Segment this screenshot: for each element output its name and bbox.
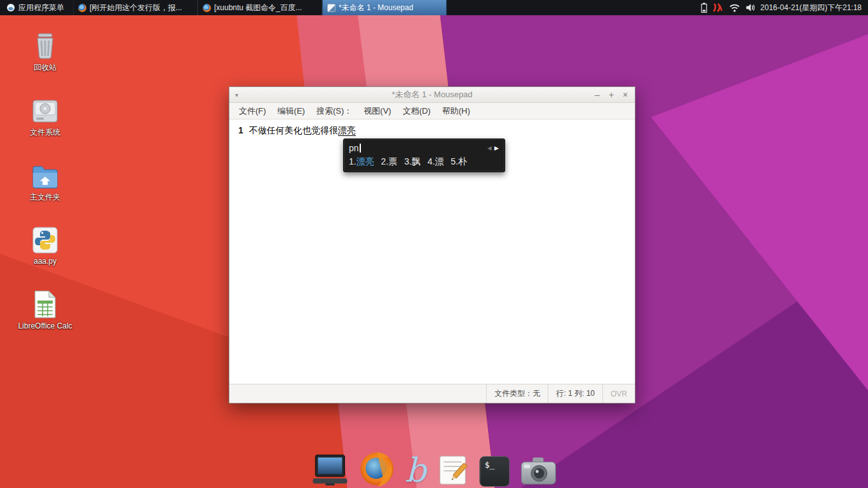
menu-view[interactable]: 视图(V) (358, 103, 397, 119)
ime-prev-page-icon[interactable]: ◀ (487, 145, 492, 151)
ime-caret (360, 144, 361, 152)
dock-item-terminal[interactable]: $_ (480, 456, 510, 487)
battery-icon[interactable] (701, 3, 707, 13)
terminal-icon: $_ (480, 456, 510, 487)
desktop-item-label: 文件系统 (30, 128, 60, 137)
document-text: 不做任何美化也觉得很漂亮 (249, 124, 356, 137)
ime-candidate-list: 1.漂亮 2.票 3.飘 4.漂 5.朴 (349, 156, 499, 168)
taskbar: [刚开始用这个发行版，报... [xuubntu 截图命令_百度... *未命名… (73, 0, 447, 15)
home-folder-icon (30, 159, 60, 191)
dock-item-bing[interactable]: b (405, 454, 426, 487)
desktop-item-libreoffice-calc[interactable]: LibreOffice Calc (17, 288, 74, 331)
editor-line: 1 不做任何美化也觉得很漂亮 (238, 124, 635, 137)
ime-next-page-icon[interactable]: ▶ (494, 145, 499, 151)
ime-candidate-5[interactable]: 5.朴 (451, 156, 467, 166)
menubar: 文件(F) 编辑(E) 搜索(S)： 视图(V) 文档(D) 帮助(H) (229, 103, 635, 119)
ime-candidate-window: pn ◀ ▶ 1.漂亮 2.票 3.飘 4.漂 5.朴 (343, 139, 505, 172)
overwrite-mode-indicator[interactable]: OVR (602, 384, 635, 403)
minimize-button[interactable]: – (592, 88, 603, 101)
trash-icon (31, 29, 59, 61)
camera-icon (520, 456, 557, 487)
applications-menu-button[interactable]: 应用程序菜单 (0, 0, 71, 15)
dock-item-firefox[interactable] (359, 451, 395, 487)
mousepad-window: ▾ *未命名 1 - Mousepad – + × 文件(F) 编辑(E) 搜索… (229, 86, 635, 403)
window-title: *未命名 1 - Mousepad (229, 89, 635, 100)
wifi-icon[interactable] (729, 3, 740, 13)
firefox-icon (78, 4, 86, 12)
filetype-status[interactable]: 文件类型：无 (486, 384, 548, 403)
python-file-icon (31, 223, 60, 255)
desktop-item-label: 主文件夹 (30, 193, 60, 202)
applications-menu-label: 应用程序菜单 (18, 3, 64, 13)
maximize-button[interactable]: + (606, 88, 617, 101)
ime-input-text: pn (349, 143, 359, 153)
desktop-item-python-file[interactable]: aaa.py (17, 223, 74, 266)
desktop-item-label: LibreOffice Calc (18, 322, 72, 331)
notes-pencil-icon (437, 454, 470, 487)
desktop-item-label: aaa.py (34, 257, 57, 266)
desktop-item-home[interactable]: 主文件夹 (17, 159, 74, 202)
line-number: 1 (238, 124, 243, 137)
desktop-item-label: 回收站 (34, 64, 57, 72)
ime-candidate-1[interactable]: 1.漂亮 (349, 156, 374, 166)
top-panel: 应用程序菜单 [刚开始用这个发行版，报... [xuubntu 截图命令_百度.… (0, 0, 868, 15)
ime-candidate-3[interactable]: 3.飘 (404, 156, 421, 166)
volume-icon[interactable] (745, 3, 756, 12)
titlebar[interactable]: ▾ *未命名 1 - Mousepad – + × (229, 87, 635, 103)
desktop-item-trash[interactable]: 回收站 (17, 29, 74, 72)
firefox-icon (203, 4, 211, 12)
dock-item-text-editor[interactable] (437, 454, 470, 487)
input-method-red-logo-icon[interactable] (712, 3, 724, 13)
dock-item-display[interactable] (311, 454, 349, 487)
taskbar-item-firefox-1[interactable]: [刚开始用这个发行版，报... (73, 0, 198, 15)
taskbar-item-mousepad[interactable]: *未命名 1 - Mousepad (322, 0, 447, 15)
menu-file[interactable]: 文件(F) (233, 103, 272, 119)
mousepad-icon (327, 4, 336, 12)
dock-item-camera[interactable] (520, 456, 557, 487)
ime-preedit-text: 漂亮 (338, 125, 356, 136)
committed-text: 不做任何美化也觉得很 (249, 125, 338, 135)
desktop-item-filesystem[interactable]: 文件系统 (17, 94, 74, 137)
menu-help[interactable]: 帮助(H) (437, 103, 476, 119)
drive-icon (30, 94, 60, 126)
firefox-icon (359, 451, 395, 487)
statusbar: 文件类型：无 行: 1 列: 10 OVR (229, 384, 635, 403)
taskbar-item-firefox-2[interactable]: [xuubntu 截图命令_百度... (198, 0, 322, 15)
desktop-icon-column: 回收站 文件系统 主文件夹 (17, 29, 74, 353)
bing-icon: b (405, 454, 426, 487)
calc-icon (32, 288, 58, 320)
dock: b $_ (311, 451, 557, 487)
ime-candidate-2[interactable]: 2.票 (381, 156, 398, 166)
close-button[interactable]: × (620, 88, 631, 101)
menu-document[interactable]: 文档(D) (397, 103, 437, 119)
xubuntu-logo-icon (6, 3, 15, 12)
cursor-position-status: 行: 1 列: 10 (548, 384, 602, 403)
clock[interactable]: 2016-04-21(星期四)下午21:18 (761, 3, 862, 13)
menu-edit[interactable]: 编辑(E) (272, 103, 311, 119)
menu-search[interactable]: 搜索(S)： (311, 103, 358, 119)
display-icon (311, 454, 349, 487)
system-tray: 2016-04-21(星期四)下午21:18 (701, 0, 868, 15)
ime-candidate-4[interactable]: 4.漂 (428, 156, 444, 166)
